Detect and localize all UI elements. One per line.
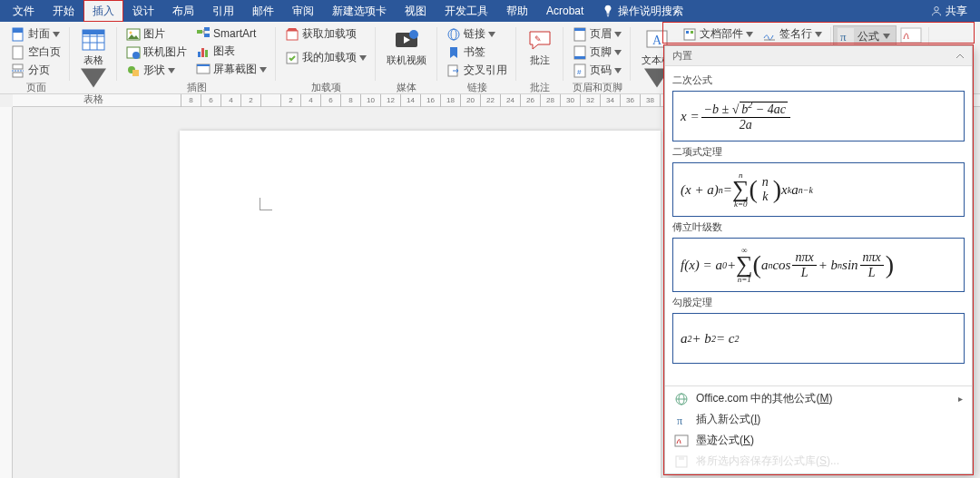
quick-parts-button[interactable]: 文档部件 — [679, 25, 757, 43]
share-label: 共享 — [946, 4, 967, 19]
svg-rect-38 — [574, 56, 585, 59]
tab-insert[interactable]: 插入 — [83, 0, 123, 22]
group-links: 链接 书签 交叉引用 链接 — [437, 24, 516, 93]
equation-preset-card[interactable]: f(x) = a0 + ∞∑n=1 (an cos nπxL + bn sin … — [672, 238, 965, 292]
comment-icon: ✎ — [527, 27, 553, 53]
svg-rect-5 — [13, 73, 23, 77]
svg-text:π: π — [677, 415, 682, 427]
smartart-icon — [196, 26, 211, 41]
tab-acrobat[interactable]: Acrobat — [537, 0, 593, 22]
page-break-button[interactable]: 分页 — [7, 62, 64, 79]
equation-section-title: 勾股定理 — [672, 296, 965, 309]
tab-view[interactable]: 视图 — [396, 0, 436, 22]
link-icon — [446, 27, 461, 42]
chevron-up-icon[interactable] — [956, 52, 965, 61]
link-button[interactable]: 链接 — [443, 25, 511, 43]
screenshot-label: 屏幕截图 — [213, 62, 257, 77]
globe-icon — [674, 392, 689, 406]
equation-preset-card[interactable]: a2 + b2 = c2 — [672, 313, 965, 364]
person-icon — [931, 5, 942, 16]
link-label: 链接 — [464, 26, 485, 42]
equation-gallery-scroll[interactable]: 二次公式x = −b ± √b2 − 4ac2a二项式定理(x + a)n = … — [665, 66, 972, 385]
ruler-tick: 34 — [600, 94, 620, 107]
svg-text:π: π — [840, 30, 847, 44]
save-to-gallery-label: 将所选内容保存到公式库(S)... — [696, 454, 839, 469]
group-media: 联机视频 媒体 — [376, 24, 437, 93]
svg-rect-12 — [83, 30, 104, 34]
screenshot-button[interactable]: 屏幕截图 — [192, 61, 270, 78]
bookmark-button[interactable]: 书签 — [443, 44, 511, 61]
page-number-button[interactable]: #页码 — [569, 62, 625, 79]
blank-page-label: 空白页 — [28, 44, 61, 60]
svg-rect-20 — [204, 27, 210, 31]
menu-tabstrip: 文件 开始 插入 设计 布局 引用 邮件 审阅 新建选项卡 视图 开发工具 帮助… — [0, 0, 980, 22]
header-button[interactable]: 页眉 — [569, 25, 625, 43]
my-addins-button[interactable]: 我的加载项 — [281, 49, 370, 66]
equation-preset-card[interactable]: (x + a)n = n∑k=0 (nk) xkan−k — [672, 162, 965, 217]
get-addins-label: 获取加载项 — [302, 26, 357, 42]
online-video-label: 联机视频 — [387, 54, 426, 65]
online-picture-button[interactable]: 联机图片 — [122, 44, 191, 61]
shapes-button[interactable]: 形状 — [122, 62, 191, 79]
tab-home[interactable]: 开始 — [44, 0, 83, 22]
equation-section-title: 二项式定理 — [672, 145, 965, 159]
ruler-tick: 6 — [201, 94, 220, 107]
tab-developer[interactable]: 开发工具 — [436, 0, 497, 22]
chart-button[interactable]: 图表 — [192, 43, 270, 60]
ruler-tick: 4 — [300, 94, 320, 107]
vertical-ruler[interactable] — [0, 107, 13, 478]
cover-page-button[interactable]: 封面 — [7, 25, 64, 43]
caret-down-icon — [81, 65, 106, 91]
svg-point-0 — [935, 7, 939, 12]
more-equations-online-item[interactable]: Office.com 中的其他公式(M) ▸ — [665, 388, 972, 409]
svg-rect-3 — [13, 46, 23, 59]
caret-down-icon — [815, 32, 822, 37]
tell-me-search[interactable]: 操作说明搜索 — [593, 0, 692, 22]
chart-label: 图表 — [213, 44, 235, 59]
get-addins-button[interactable]: 获取加载项 — [281, 25, 370, 43]
online-video-button[interactable]: 联机视频 — [381, 25, 432, 67]
ink-equation-label: 墨迹公式(K) — [696, 433, 754, 448]
equation-button[interactable]: π 公式 — [833, 25, 897, 47]
blank-page-button[interactable]: 空白页 — [7, 44, 64, 61]
tab-design[interactable]: 设计 — [123, 0, 163, 22]
smartart-button[interactable]: SmartArt — [192, 25, 270, 42]
picture-button[interactable]: 图片 — [122, 25, 191, 43]
share-button[interactable]: 共享 — [924, 0, 975, 22]
tab-layout[interactable]: 布局 — [163, 0, 203, 22]
ruler-tick: 4 — [220, 94, 240, 107]
equation-preset-card[interactable]: x = −b ± √b2 − 4ac2a — [672, 91, 965, 141]
ink-equation-ribbon-button[interactable] — [898, 25, 924, 45]
comment-button[interactable]: ✎ 批注 — [522, 25, 558, 67]
tab-file[interactable]: 文件 — [4, 0, 44, 22]
page-number-label: 页码 — [590, 63, 612, 78]
svg-rect-2 — [13, 28, 23, 33]
table-button[interactable]: 表格 — [75, 25, 112, 93]
ink-equation-icon — [900, 27, 922, 44]
signature-line-button[interactable]: 签名行 — [759, 25, 826, 43]
tab-mailings[interactable]: 邮件 — [243, 0, 283, 22]
ruler-tick: 6 — [320, 94, 340, 107]
ink-equation-item[interactable]: 墨迹公式(K) — [665, 430, 972, 451]
tab-help[interactable]: 帮助 — [497, 0, 537, 22]
signature-icon — [762, 27, 777, 42]
ruler-tick: 26 — [520, 94, 540, 107]
signature-label: 签名行 — [779, 26, 812, 42]
caret-down-icon — [614, 32, 622, 37]
picture-label: 图片 — [143, 26, 165, 42]
insert-new-equation-item[interactable]: π 插入新公式(I) — [665, 409, 972, 430]
cross-ref-label: 交叉引用 — [464, 63, 507, 78]
caret-down-icon — [746, 32, 753, 37]
caret-down-icon — [883, 34, 890, 39]
ruler-tick: 2 — [240, 94, 260, 107]
cross-ref-button[interactable]: 交叉引用 — [443, 62, 511, 79]
tab-custom[interactable]: 新建选项卡 — [323, 0, 396, 22]
ruler-tick: 22 — [480, 94, 500, 107]
page-canvas[interactable] — [180, 131, 661, 478]
tab-references[interactable]: 引用 — [203, 0, 243, 22]
svg-rect-36 — [574, 28, 585, 31]
svg-rect-60 — [679, 456, 684, 460]
footer-button[interactable]: 页脚 — [569, 44, 625, 61]
caret-down-icon — [614, 50, 622, 55]
tab-review[interactable]: 审阅 — [283, 0, 323, 22]
